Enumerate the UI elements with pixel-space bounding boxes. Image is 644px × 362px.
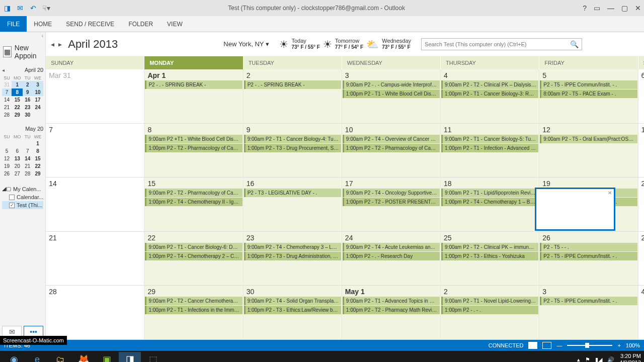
firefox-icon[interactable]: 🦊	[72, 352, 95, 362]
help-icon[interactable]: ?	[583, 4, 587, 12]
calendar-event[interactable]: 1:00pm P2 - T1 - Infections in the Immun…	[145, 306, 242, 314]
calendar-event[interactable]: 1:00pm P2 - T1 - White Blood Cell Disord…	[343, 89, 440, 98]
calendar-event[interactable]: 1:00pm P2 - T3 - Ethics:Law/Review befor…	[244, 306, 341, 314]
calendar-event[interactable]: 9:00am P2 - T4 - Acute Leukemias and Bon…	[343, 243, 440, 251]
day-cell[interactable]: 159:00am P2 - T2 - Pharmacology of Cance…	[144, 177, 243, 231]
close-selection-icon[interactable]: ✕	[608, 190, 612, 196]
calendar-event[interactable]: 9:00am P2 - T1 - Cancer Biology-5: Tumor…	[441, 135, 538, 143]
calendar-event[interactable]: 1:00pm P2 - . - .	[441, 306, 538, 314]
undo-icon[interactable]: ↶	[29, 4, 37, 12]
new-appointment-button[interactable]: ▦ New Appoin	[0, 40, 45, 64]
day-cell[interactable]: 28	[46, 286, 144, 339]
day-cell[interactable]: 259:00am P2 - T2 - Clinical PK – immunos…	[441, 232, 539, 286]
calendar-event[interactable]: 1:00pm P2 - T2 - Pharmacy Math Review Wo…	[343, 306, 440, 314]
tray-network-icon[interactable]: ▮◢	[595, 356, 602, 363]
calendar-event[interactable]: P2 - T3 - LEGISLATIVE DAY - .	[244, 189, 341, 197]
calendar-event[interactable]: 9:00am P2 - T4 - Oncology Supportive Car…	[343, 189, 440, 197]
day-cell[interactable]: 3P2 - T5 - IPPE Commun/Instit. - .	[539, 286, 638, 339]
calendar-event[interactable]: 1:00pm P2 - T4 - Chemotherapy 1 – Breast…	[441, 198, 538, 206]
calendar-event[interactable]: 9:00am P2 - T2 - Clinical PK – immunosup…	[441, 243, 538, 251]
zoom-slider[interactable]	[567, 345, 612, 346]
day-cell[interactable]: 16P2 - T3 - LEGISLATIVE DAY - .	[244, 177, 342, 231]
calendar-event[interactable]: P2 - T5 - IPPE Commun/Instit. - .	[540, 252, 637, 260]
calendar-event[interactable]: 1:00pm P2 - T3 - Drug Procurement, Stora…	[244, 144, 341, 152]
calendar-event[interactable]: P2 - . - SPRING BREAK -	[244, 80, 341, 89]
send-receive-icon[interactable]: ✉	[16, 4, 24, 12]
day-cell[interactable]: 7	[46, 124, 144, 177]
calendar-event[interactable]: P2 - T5 - IPPE Commun/Instit. - .	[540, 297, 637, 305]
close-icon[interactable]: ✕	[635, 4, 641, 12]
day-cell[interactable]: 26P2 - T5 - - .P2 - T5 - IPPE Commun/Ins…	[539, 232, 638, 286]
calendar-event[interactable]: 1:00pm P2 - T3 - Drug Administration, Mo…	[244, 252, 341, 260]
day-cell[interactable]: 39:00am P2 - . - Campus-wide Interprofes…	[342, 69, 441, 123]
weather-city-dropdown[interactable]: New York, NY ▾	[223, 40, 269, 48]
day-cell[interactable]: 299:00am P2 - T2 - Cancer Chemotherapy (…	[144, 286, 243, 339]
calendar-event[interactable]: 1:00pm P2 - T4 - Chemotherapy 2 – Colore…	[145, 252, 242, 260]
tree-item-test[interactable]: Test (Thi...	[2, 201, 43, 209]
calendar-event[interactable]: 9:00am P2 - T4 - Solid Organ Transplanta…	[244, 297, 341, 305]
day-cell[interactable]: 89:00am P2 +T1 - White Blood Cell Disord…	[144, 124, 243, 177]
calendar-event[interactable]: 9:00am P2 - T4 - Overview of Cancer and …	[343, 135, 440, 143]
screencast-icon[interactable]: ⬚	[142, 352, 164, 362]
day-cell[interactable]: 13	[638, 124, 644, 177]
ribbon-options-icon[interactable]: ▭	[594, 4, 600, 12]
view-normal-icon[interactable]	[528, 342, 537, 349]
calendar-event[interactable]: P2 - . - SPRING BREAK -	[145, 80, 242, 89]
calendar-event[interactable]: 9:00am P2 - T1 - Advanced Topics in CNS …	[343, 297, 440, 305]
day-cell[interactable]: 179:00am P2 - T4 - Oncology Supportive C…	[342, 177, 441, 231]
calendar-event[interactable]: P2 - T5 - - .	[540, 243, 637, 251]
day-cell[interactable]: 49:00am P2 - T2 - Clinical PK – Dialysis…	[441, 69, 539, 123]
calendar-event[interactable]: 9:00am P2 - T2 - Clinical PK – Dialysis …	[441, 80, 538, 89]
calendar-event[interactable]: 9:00am P2 - T4 - Chemotherapy 3 – Lung C…	[244, 243, 341, 251]
day-cell[interactable]: 119:00am P2 - T1 - Cancer Biology-5: Tum…	[441, 124, 539, 177]
calendar-event[interactable]: 1:00pm P2 - T1 - Cancer Biology-3: Recep…	[441, 89, 538, 98]
day-cell[interactable]: 249:00am P2 - T4 - Acute Leukemias and B…	[342, 232, 441, 286]
calendar-event[interactable]: 9:00am P2 - T5 - Oral Exam(Pract:OSCE) -…	[540, 135, 637, 143]
tab-folder[interactable]: FOLDER	[121, 16, 160, 32]
touch-mode-icon[interactable]: ☟▾	[42, 4, 50, 12]
day-cell[interactable]: 129:00am P2 - T5 - Oral Exam(Pract:OSCE)…	[539, 124, 638, 177]
day-cell[interactable]: 27	[638, 232, 644, 286]
calendar-event[interactable]: 9:00am P2 - T2 - Pharmacology of Cancer …	[145, 189, 242, 197]
maximize-icon[interactable]: ▢	[621, 4, 628, 12]
mini-prev-icon[interactable]: ◂	[2, 67, 5, 73]
day-cell[interactable]: 99:00am P2 - T1 - Cancer Biology-4: Tumo…	[244, 124, 342, 177]
calendar-event[interactable]: 1:00pm P2 - T1 - Infection - Advanced To…	[441, 144, 538, 152]
start-icon[interactable]: ◉	[3, 352, 25, 362]
search-input[interactable]	[425, 41, 570, 47]
checkbox-on-icon[interactable]	[9, 203, 15, 208]
day-cell[interactable]: 5P2 - T5 - IPPE Commun/Instit. - .8:00am…	[539, 69, 638, 123]
calendar-event[interactable]: 9:00am P2 +T1 - White Blood Cell Disorde…	[145, 135, 242, 143]
tab-file[interactable]: FILE	[0, 16, 27, 32]
tray-clock[interactable]: 3:20 PM 4/8/2013	[619, 353, 641, 362]
tree-item-calendar[interactable]: Calendar...	[2, 193, 43, 201]
calendar-event[interactable]: 9:00am P2 - T2 - Cancer Chemotherapy (Me…	[145, 297, 242, 305]
calendar-event[interactable]: 1:00pm P2 - T2 - Pharmacology of Cancer …	[343, 144, 440, 152]
day-cell[interactable]: 229:00am P2 - T1 - Cancer Biology-6: DNA…	[144, 232, 243, 286]
day-cell[interactable]: 2P2 - . - SPRING BREAK -	[244, 69, 342, 123]
calendar-event[interactable]: 9:00am P2 - . - Campus-wide Interprofess…	[343, 80, 440, 89]
day-cell[interactable]: May 19:00am P2 - T1 - Advanced Topics in…	[342, 286, 441, 339]
day-cell[interactable]: 239:00am P2 - T4 - Chemotherapy 3 – Lung…	[244, 232, 342, 286]
day-cell[interactable]: 4	[638, 286, 644, 339]
zoom-out-icon[interactable]: —	[556, 342, 562, 348]
new-appointment-selection[interactable]: ✕	[535, 188, 615, 231]
calendar-event[interactable]: 1:00pm P2 - T2 - POSTER PRESENTATIONS - …	[343, 198, 440, 206]
zoom-in-icon[interactable]: +	[617, 342, 620, 348]
day-cell[interactable]: 6	[638, 69, 644, 123]
tab-view[interactable]: VIEW	[160, 16, 190, 32]
tray-up-icon[interactable]: ▴	[577, 356, 580, 363]
calendar-event[interactable]: 1:00pm P2 - T3 - Ethics - Yoshizuka	[441, 252, 538, 260]
search-icon[interactable]: 🔍	[570, 40, 579, 48]
calendar-event[interactable]: 1:00pm P2 - T2 - Pharmacology of Cancer …	[145, 144, 242, 152]
tree-root[interactable]: ◢▢My Calen...	[2, 185, 43, 193]
tab-send-receive[interactable]: SEND / RECEIVE	[59, 16, 121, 32]
ie-icon[interactable]: e	[26, 352, 48, 362]
day-cell[interactable]: 14	[46, 177, 144, 231]
calendar-event[interactable]: 9:00am P2 - T1 - Novel Lipid-Lowering Me…	[441, 297, 538, 305]
next-month-icon[interactable]: ▸	[58, 40, 62, 48]
calendar-event[interactable]: P2 - T5 - IPPE Commun/Instit. - .	[540, 80, 637, 89]
tab-home[interactable]: HOME	[27, 16, 59, 32]
app-icon[interactable]: ▣	[96, 352, 118, 362]
search-box[interactable]: 🔍	[421, 38, 582, 50]
